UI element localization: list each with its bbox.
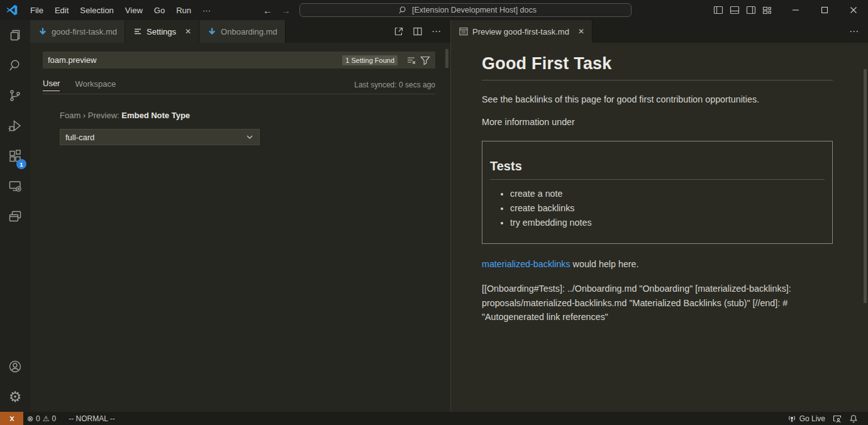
embedded-note-card: Tests create a note create backlinks try…: [482, 141, 833, 244]
run-debug-icon[interactable]: [0, 111, 30, 141]
tab-label: Settings: [147, 27, 176, 36]
go-live-button[interactable]: Go Live: [784, 412, 829, 425]
preview-title: Good First Task: [482, 54, 833, 80]
error-icon: ⊗: [27, 414, 33, 423]
preview-paragraph: More information under: [482, 117, 833, 127]
toggle-panel-icon[interactable]: [730, 5, 740, 15]
tab-onboarding[interactable]: Onboarding.md: [199, 20, 286, 43]
filter-icon[interactable]: [420, 55, 430, 65]
right-editor-actions: ⋯: [849, 20, 868, 43]
status-bar: ⊗ 0 ⚠ 0 -- NORMAL -- Go Live: [0, 412, 868, 425]
command-center-search[interactable]: [Extension Development Host] docs: [299, 3, 632, 17]
settings-search-input[interactable]: foam.preview 1 Setting Found: [43, 52, 435, 69]
windows-panel-icon[interactable]: [0, 201, 30, 231]
warning-icon: ⚠: [43, 414, 50, 423]
tab-preview-good-first-task[interactable]: Preview good-first-task.md ✕: [451, 20, 593, 43]
status-bar-right: Go Live: [784, 412, 868, 425]
settings-search-value: foam.preview: [48, 55, 342, 65]
menu-view[interactable]: View: [120, 3, 148, 18]
preview-paragraph: See the backlinks of this page for good …: [482, 94, 833, 104]
close-window-button[interactable]: [839, 0, 868, 20]
explorer-icon[interactable]: [0, 20, 30, 50]
toggle-secondary-sidebar-icon[interactable]: [746, 5, 756, 15]
embed-list: create a note create backlinks try embed…: [490, 189, 825, 228]
settings-gear-icon[interactable]: ⚙: [0, 382, 30, 412]
right-tab-strip: Preview good-first-task.md ✕ ⋯: [451, 20, 868, 43]
menu-bar: File Edit Selection View Go Run ···: [25, 3, 216, 18]
vscode-window: File Edit Selection View Go Run ··· ← → …: [0, 0, 868, 425]
settings-scope-row: User Workspace Last synced: 0 secs ago: [43, 77, 435, 92]
settings-separator: [43, 94, 435, 94]
scope-tab-workspace[interactable]: Workspace: [75, 79, 116, 91]
link-paragraph: materialized-backlinks would help here.: [482, 259, 833, 269]
last-synced-label: Last synced: 0 secs ago: [354, 80, 435, 89]
list-item: create a note: [510, 189, 825, 199]
settings-scrollbar[interactable]: [445, 49, 448, 68]
open-preview-icon[interactable]: [394, 26, 404, 36]
left-tab-strip: good-first-task.md Settings ✕ Onboarding…: [30, 20, 450, 43]
bell-icon: [849, 414, 858, 423]
menu-selection[interactable]: Selection: [74, 3, 119, 18]
right-editor-group: Preview good-first-task.md ✕ ⋯ Good Firs…: [450, 20, 868, 412]
remote-indicator[interactable]: [0, 412, 23, 425]
tab-settings[interactable]: Settings ✕: [125, 20, 199, 43]
clear-filters-icon[interactable]: [406, 55, 416, 65]
preview-scrollbar[interactable]: [864, 69, 867, 303]
materialized-backlinks-link[interactable]: materialized-backlinks: [482, 259, 570, 269]
split-editor-icon[interactable]: [413, 26, 423, 36]
back-button[interactable]: ←: [263, 5, 272, 16]
source-control-icon[interactable]: [0, 80, 30, 111]
tab-good-first-task[interactable]: good-first-task.md: [30, 20, 125, 43]
feedback-icon: [833, 414, 842, 423]
link-suffix: would help here.: [570, 259, 639, 269]
accounts-icon[interactable]: [0, 351, 30, 382]
chevron-down-icon: [245, 133, 254, 141]
markdown-file-icon: [207, 26, 217, 36]
customize-layout-icon[interactable]: [762, 5, 772, 15]
window-controls: [781, 0, 868, 20]
titlebar-right: [713, 0, 868, 20]
close-tab-icon[interactable]: ✕: [578, 27, 584, 36]
close-tab-icon[interactable]: ✕: [185, 27, 191, 36]
broadcast-icon: [787, 414, 796, 423]
minimize-button[interactable]: [781, 0, 810, 20]
scope-tab-user[interactable]: User: [43, 79, 60, 91]
left-editor-actions: ⋯: [394, 20, 450, 43]
menu-run[interactable]: Run: [170, 3, 197, 18]
toggle-sidebar-icon[interactable]: [713, 5, 723, 15]
feedback-button[interactable]: [829, 412, 845, 425]
embed-note-type-select[interactable]: full-card: [60, 129, 260, 145]
left-editor-group: good-first-task.md Settings ✕ Onboarding…: [30, 20, 450, 412]
list-item: create backlinks: [510, 203, 825, 213]
tab-label: good-first-task.md: [52, 27, 117, 36]
vim-mode-indicator[interactable]: -- NORMAL --: [65, 412, 119, 425]
maximize-button[interactable]: [810, 0, 839, 20]
setting-item-embed-note-type: Foam › Preview: Embed Note Type full-car…: [60, 111, 435, 145]
link-references-text: [[Onboarding#Tests]: ../Onboarding.md "O…: [482, 282, 833, 324]
settings-editor-icon: [133, 26, 143, 36]
menu-file[interactable]: File: [25, 3, 49, 18]
history-nav: ← →: [263, 5, 291, 16]
settings-editor: foam.preview 1 Setting Found User Worksp…: [30, 43, 450, 145]
more-actions-icon[interactable]: ⋯: [431, 26, 442, 37]
forward-button[interactable]: →: [281, 5, 291, 16]
tab-label: Onboarding.md: [221, 27, 277, 36]
problems-status[interactable]: ⊗ 0 ⚠ 0: [23, 412, 60, 425]
title-bar: File Edit Selection View Go Run ··· ← → …: [0, 0, 868, 20]
markdown-preview: Good First Task See the backlinks of thi…: [451, 43, 868, 412]
notifications-button[interactable]: [845, 412, 862, 425]
extensions-icon[interactable]: 1: [0, 141, 30, 171]
menu-edit[interactable]: Edit: [49, 3, 74, 18]
search-view-icon[interactable]: [0, 50, 30, 80]
setting-name: Embed Note Type: [121, 111, 190, 120]
more-actions-icon[interactable]: ⋯: [849, 26, 859, 37]
list-item: try embedding notes: [510, 218, 825, 228]
menu-more[interactable]: ···: [197, 3, 216, 18]
vscode-logo-icon: [6, 4, 18, 16]
remote-explorer-icon[interactable]: [0, 171, 30, 201]
error-count: 0: [36, 414, 40, 423]
command-center-text: [Extension Development Host] docs: [412, 6, 537, 14]
menu-go[interactable]: Go: [148, 3, 170, 18]
dropdown-value: full-card: [65, 133, 245, 142]
settings-result-badge: 1 Setting Found: [342, 55, 398, 65]
